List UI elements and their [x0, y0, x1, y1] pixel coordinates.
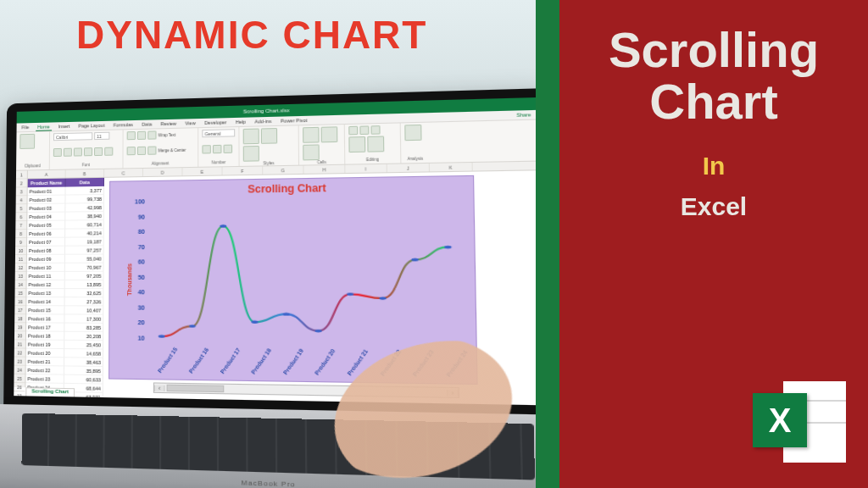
align-middle-icon[interactable]: [137, 131, 146, 140]
cell-product[interactable]: Product 14: [26, 297, 64, 306]
row-header[interactable]: 7: [15, 221, 26, 230]
cell-data[interactable]: 25,450: [64, 341, 103, 350]
cell-data[interactable]: 35,895: [64, 366, 103, 375]
fill-icon[interactable]: [359, 125, 369, 135]
row-header[interactable]: 21: [14, 340, 25, 348]
cell-data[interactable]: 55,040: [65, 255, 104, 263]
cell-data[interactable]: 17,300: [64, 314, 103, 323]
cell-product[interactable]: Product 12: [27, 280, 65, 289]
cell-product[interactable]: Product 02: [27, 196, 65, 205]
row-header[interactable]: 16: [14, 297, 25, 306]
cell-product[interactable]: Product 07: [27, 238, 65, 247]
cell-product[interactable]: Product 01: [28, 187, 66, 197]
table-row[interactable]: Product 0955,040: [27, 255, 104, 263]
cell-data[interactable]: 20,208: [64, 332, 103, 341]
cell-product[interactable]: Product 17: [26, 323, 64, 331]
insert-cells-icon[interactable]: [303, 127, 320, 143]
tab-data[interactable]: Data: [140, 120, 153, 127]
cell-data[interactable]: 19,187: [65, 237, 104, 246]
cell-product[interactable]: Product 21: [26, 358, 64, 367]
cell-product[interactable]: Product 15: [26, 306, 64, 314]
cell-product[interactable]: Product 04: [27, 213, 65, 221]
row-header[interactable]: 27: [14, 391, 25, 400]
underline-icon[interactable]: [74, 147, 82, 156]
conditional-formatting-icon[interactable]: [243, 129, 259, 145]
tab-developer[interactable]: Developer: [203, 119, 228, 126]
col-b[interactable]: B: [66, 169, 104, 178]
border-icon[interactable]: [84, 147, 92, 156]
share-button[interactable]: Share: [515, 111, 533, 119]
paste-icon[interactable]: [19, 134, 35, 149]
tab-addins[interactable]: Add-ins: [253, 118, 273, 125]
format-cells-icon[interactable]: [303, 144, 320, 160]
cell-data[interactable]: 38,940: [65, 212, 104, 221]
row-header[interactable]: 26: [14, 383, 25, 391]
cell-data[interactable]: 40,214: [65, 229, 104, 237]
font-size-select[interactable]: 11: [94, 132, 109, 140]
cell-product[interactable]: Product 13: [26, 289, 64, 297]
data-region[interactable]: Product 013,377Product 0299,738Product 0…: [25, 186, 104, 405]
col-k[interactable]: K: [430, 163, 473, 171]
tab-file[interactable]: File: [19, 124, 31, 130]
cell-product[interactable]: Product 10: [27, 263, 65, 272]
row-header[interactable]: 24: [14, 366, 25, 374]
fill-color-icon[interactable]: [94, 147, 103, 155]
tab-power-pivot[interactable]: Power Pivot: [279, 117, 309, 125]
cell-data[interactable]: 97,205: [65, 272, 104, 280]
autosum-icon[interactable]: [348, 126, 358, 136]
cell-data[interactable]: 38,463: [64, 358, 103, 367]
row-header[interactable]: 20: [14, 331, 25, 340]
tab-page-layout[interactable]: Page Layout: [76, 122, 106, 130]
table-row[interactable]: Product 0719,187: [27, 237, 104, 247]
find-select-icon[interactable]: [367, 136, 384, 152]
col-f[interactable]: F: [223, 166, 264, 175]
percent-icon[interactable]: [213, 144, 222, 152]
row-header[interactable]: 8: [15, 230, 26, 238]
table-row[interactable]: Product 1617,300: [26, 314, 103, 324]
row-header[interactable]: 5: [16, 204, 27, 213]
delete-cells-icon[interactable]: [321, 126, 338, 142]
analyze-data-icon[interactable]: [404, 125, 421, 141]
sheet-tab[interactable]: Scrolling Chart: [25, 387, 75, 396]
clear-icon[interactable]: [370, 125, 380, 135]
tab-home[interactable]: Home: [36, 123, 52, 130]
sort-filter-icon[interactable]: [348, 136, 365, 152]
row-header[interactable]: 1: [16, 170, 27, 179]
row-header[interactable]: 4: [16, 196, 27, 204]
table-row[interactable]: Product 1427,326: [26, 297, 103, 306]
cell-product[interactable]: Product 22: [26, 366, 64, 375]
cell-styles-icon[interactable]: [243, 146, 259, 162]
row-header[interactable]: 12: [15, 263, 26, 272]
currency-icon[interactable]: [202, 145, 210, 153]
table-row[interactable]: Product 1783,285: [26, 323, 103, 332]
cell-product[interactable]: Product 05: [27, 221, 65, 230]
cell-product[interactable]: Product 20: [26, 349, 64, 358]
cell-product[interactable]: Product 03: [27, 204, 65, 214]
tab-help[interactable]: Help: [234, 119, 248, 126]
row-header[interactable]: 11: [15, 255, 26, 263]
cell-data[interactable]: 97,257: [65, 246, 104, 254]
cell-product[interactable]: Product 09: [27, 255, 65, 263]
tab-review[interactable]: Review: [159, 120, 178, 128]
align-top-icon[interactable]: [127, 131, 136, 140]
cell-data[interactable]: 27,326: [65, 297, 104, 306]
cell-product[interactable]: Product 23: [25, 374, 64, 384]
row-header[interactable]: 10: [15, 247, 26, 255]
table-row[interactable]: Product 0640,214: [27, 229, 104, 238]
align-left-icon[interactable]: [127, 147, 136, 155]
row-header[interactable]: 17: [14, 306, 25, 314]
col-c[interactable]: C: [104, 169, 143, 177]
row-header[interactable]: 6: [15, 213, 26, 221]
cell-data[interactable]: 32,625: [65, 289, 104, 297]
align-right-icon[interactable]: [147, 147, 156, 155]
row-header[interactable]: 14: [15, 280, 26, 289]
cell-data[interactable]: 60,633: [64, 375, 103, 385]
format-as-table-icon[interactable]: [261, 128, 277, 144]
col-h[interactable]: H: [303, 165, 345, 174]
scroll-thumb[interactable]: [167, 385, 225, 392]
cell-product[interactable]: Product 18: [26, 331, 64, 341]
row-header[interactable]: 2: [16, 179, 27, 187]
row-header[interactable]: 13: [15, 272, 26, 280]
cell-data[interactable]: 70,967: [65, 263, 104, 272]
cell-data[interactable]: 42,998: [65, 203, 104, 213]
